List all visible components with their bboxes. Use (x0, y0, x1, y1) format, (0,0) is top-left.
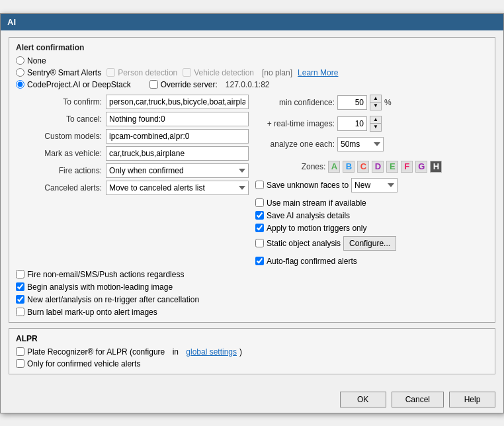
zone-c[interactable]: C (357, 161, 369, 173)
auto-flag-checkbox[interactable] (255, 257, 264, 265)
to-cancel-label: To cancel: (16, 114, 102, 124)
save-unknown-faces-select[interactable]: New (351, 178, 398, 192)
alpr-section: ALPR Plate Recognizer® for ALPR (configu… (9, 328, 495, 374)
plate-recognizer-checkbox[interactable] (16, 347, 24, 356)
use-main-stream-checkbox[interactable] (255, 198, 264, 207)
analyze-row: analyze one each: 50ms (255, 137, 488, 151)
real-time-row: + real-time images: ▲ ▼ (255, 116, 488, 132)
save-ai-analysis-label[interactable]: Save AI analysis details (255, 211, 488, 220)
burn-label-checkbox[interactable] (16, 308, 24, 316)
none-radio-label[interactable]: None (16, 56, 46, 65)
min-confidence-spinners: ▲ ▼ (370, 95, 382, 110)
mark-as-vehicle-input[interactable] (106, 146, 249, 161)
right-checks: Save unknown faces to New Use main strea… (255, 178, 488, 266)
static-object-row: Static object analysis Configure... (255, 236, 488, 251)
new-alert-checkbox[interactable] (16, 295, 24, 304)
real-time-down[interactable]: ▼ (370, 124, 381, 131)
save-unknown-faces-label[interactable]: Save unknown faces to (255, 181, 349, 190)
apply-to-motion-label[interactable]: Apply to motion triggers only (255, 224, 488, 233)
ok-button[interactable]: OK (340, 392, 386, 407)
save-unknown-faces-checkbox[interactable] (255, 181, 264, 189)
burn-label-label[interactable]: Burn label mark-up onto alert images (16, 308, 488, 317)
no-plan-label: [no plan] (262, 68, 292, 77)
custom-models-input[interactable] (106, 129, 249, 144)
save-unknown-row: Save unknown faces to New (255, 178, 488, 192)
configure-button[interactable]: Configure... (343, 236, 396, 251)
zone-f[interactable]: F (401, 161, 413, 173)
zone-a[interactable]: A (328, 161, 340, 173)
bottom-left-checks: Fire non-email/SMS/Push actions regardle… (16, 270, 488, 317)
override-server-label[interactable]: Override server: (149, 80, 218, 89)
person-detection-checkbox (106, 68, 115, 77)
sentry-radio[interactable] (16, 68, 24, 77)
save-ai-analysis-checkbox[interactable] (255, 211, 264, 220)
alert-confirmation-section: Alert confirmation None Sentry® Smart Al… (9, 37, 495, 323)
none-row: None (16, 56, 488, 65)
min-confidence-input[interactable] (337, 95, 367, 110)
bottom-bar: OK Cancel Help (1, 386, 503, 413)
none-radio[interactable] (16, 56, 24, 65)
learn-more-link[interactable]: Learn More (298, 68, 338, 77)
person-detection-label: Person detection (106, 68, 177, 77)
fire-non-email-checkbox[interactable] (16, 270, 24, 278)
codeproject-radio-label[interactable]: CodeProject.AI or DeepStack (16, 80, 131, 89)
zone-e[interactable]: E (386, 161, 398, 173)
custom-models-label: Custom models: (16, 132, 102, 141)
analyze-select[interactable]: 50ms (337, 137, 384, 151)
real-time-up[interactable]: ▲ (370, 116, 381, 124)
fire-actions-label: Fire actions: (16, 166, 102, 175)
right-col: min confidence: ▲ ▼ % + real-time images… (255, 95, 488, 266)
to-confirm-input[interactable] (106, 95, 249, 109)
begin-analysis-label[interactable]: Begin analysis with motion-leading image (16, 282, 488, 292)
codeproject-label: CodeProject.AI or DeepStack (27, 80, 131, 89)
override-server-checkbox[interactable] (149, 80, 158, 89)
vehicle-detection-label: Vehicle detection (183, 68, 254, 77)
sentry-row: Sentry® Smart Alerts Person detection Ve… (16, 68, 488, 77)
title-bar: AI (1, 14, 503, 30)
global-settings-link[interactable]: global settings (186, 347, 237, 357)
sentry-radio-label[interactable]: Sentry® Smart Alerts (16, 68, 101, 77)
static-object-label[interactable]: Static object analysis (255, 239, 341, 248)
zone-h[interactable]: H (430, 161, 442, 173)
min-confidence-up[interactable]: ▲ (370, 95, 381, 103)
analyze-select-wrapper: 50ms (337, 137, 384, 151)
new-alert-label[interactable]: New alert/analysis on re-trigger after c… (16, 295, 488, 304)
min-confidence-row: min confidence: ▲ ▼ % (255, 95, 488, 110)
to-confirm-label: To confirm: (16, 97, 102, 106)
vehicle-detection-checkbox (183, 68, 191, 77)
min-confidence-down[interactable]: ▼ (370, 103, 381, 110)
sentry-label: Sentry® Smart Alerts (27, 68, 101, 77)
canceled-alerts-wrapper: Move to canceled alerts list (106, 181, 249, 195)
real-time-input[interactable] (337, 116, 367, 131)
only-confirmed-checkbox[interactable] (16, 359, 24, 368)
zone-d[interactable]: D (372, 161, 384, 173)
codeproject-row: CodeProject.AI or DeepStack Override ser… (16, 80, 488, 89)
help-button[interactable]: Help (449, 392, 495, 407)
analyze-label: analyze one each: (255, 140, 335, 149)
zone-g[interactable]: G (415, 161, 427, 173)
form-grid: To confirm: To cancel: Custom models: Ma… (16, 95, 249, 195)
canceled-alerts-select[interactable]: Move to canceled alerts list (106, 181, 249, 195)
main-two-col: To confirm: To cancel: Custom models: Ma… (16, 95, 488, 266)
to-cancel-input[interactable] (106, 112, 249, 126)
auto-flag-label[interactable]: Auto-flag confirmed alerts (255, 257, 488, 266)
zones-row: Zones: A B C D E F G H (255, 161, 488, 173)
static-object-checkbox[interactable] (255, 239, 264, 247)
fire-actions-wrapper: Only when confirmed (106, 163, 249, 178)
canceled-alerts-label: Canceled alerts: (16, 183, 102, 192)
codeproject-radio[interactable] (16, 80, 24, 89)
zones-label: Zones: (302, 162, 326, 171)
use-main-stream-label[interactable]: Use main stream if available (255, 198, 488, 208)
fire-actions-select[interactable]: Only when confirmed (106, 163, 249, 178)
ai-dialog: AI Alert confirmation None Sentry® Smart… (0, 13, 504, 413)
left-col: To confirm: To cancel: Custom models: Ma… (16, 95, 249, 266)
min-confidence-label: min confidence: (255, 98, 335, 107)
zone-b[interactable]: B (343, 161, 355, 173)
apply-to-motion-checkbox[interactable] (255, 224, 264, 232)
plate-recognizer-label[interactable]: Plate Recognizer® for ALPR (configure in… (16, 347, 488, 357)
fire-non-email-label[interactable]: Fire non-email/SMS/Push actions regardle… (16, 270, 488, 279)
mark-as-vehicle-label: Mark as vehicle: (16, 149, 102, 158)
cancel-button[interactable]: Cancel (392, 392, 444, 407)
only-confirmed-label[interactable]: Only for confirmed vehicle alerts (16, 359, 488, 368)
begin-analysis-checkbox[interactable] (16, 282, 24, 291)
